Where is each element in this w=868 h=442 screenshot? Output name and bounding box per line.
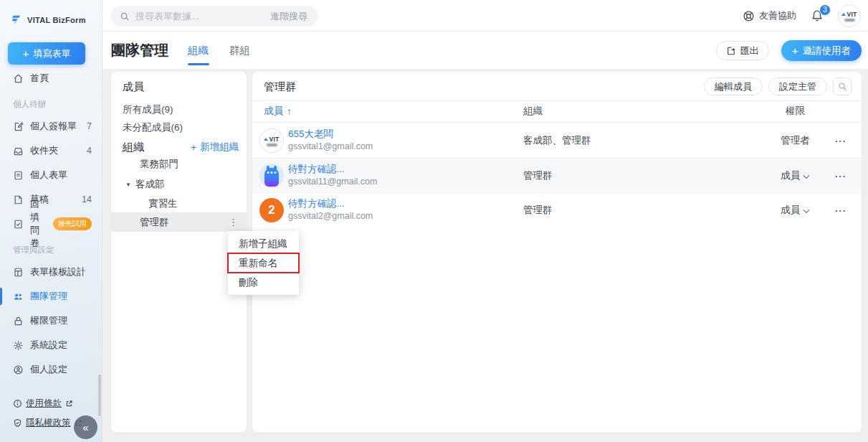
brand-logo-icon xyxy=(9,13,23,27)
avatar-logo-text: VIT xyxy=(841,11,857,18)
page-title: 團隊管理 xyxy=(111,41,168,60)
search-input[interactable] xyxy=(135,11,264,22)
notification-badge: 3 xyxy=(819,4,831,16)
menu-item-rename[interactable]: 重新命名 xyxy=(228,253,299,273)
person-circle-icon xyxy=(13,365,24,375)
avatar: VIT xyxy=(259,128,284,153)
org-header: 組織 xyxy=(123,141,144,154)
topbar-right: 友善協助 3 VIT xyxy=(743,0,861,32)
sidebar-item-personal-settings[interactable]: 個人設定 xyxy=(0,357,102,382)
table-actions: 編輯成員 設定主管 xyxy=(704,77,852,95)
kebab-vertical-icon[interactable]: ⋮ xyxy=(229,217,247,227)
friendly-help-button[interactable]: 友善協助 xyxy=(743,9,796,22)
sort-ascending-icon: ↑ xyxy=(287,106,292,117)
lock-icon xyxy=(13,316,24,326)
permission-value: 成員 xyxy=(781,204,800,217)
tab-groups[interactable]: 群組 xyxy=(229,41,250,60)
table-row: 待對方確認... gssvital11@gmail.com 管理群 成員 ··· xyxy=(252,158,862,192)
sidebar-item-label: 個人簽報單 xyxy=(30,120,77,133)
plus-icon: + xyxy=(23,48,29,59)
member-name-link[interactable]: 待對方確認... xyxy=(288,197,345,210)
menu-item-delete[interactable]: 刪除 xyxy=(228,273,299,292)
tree-item-sales-dept[interactable]: 業務部門 xyxy=(111,155,247,174)
sidebar-item-label: 個人設定 xyxy=(30,363,67,376)
terms-of-use-link[interactable]: 使用條款 xyxy=(13,398,82,410)
avatar-logo-smudge xyxy=(844,19,855,22)
sidebar-section-admin: 管理與設定 xyxy=(0,236,102,260)
column-header-organization: 組織 xyxy=(523,100,543,122)
early-access-badge: 搶先試用 xyxy=(53,217,92,230)
sidebar-item-personal-forms[interactable]: 個人表單 xyxy=(0,163,102,187)
tab-organization[interactable]: 組織 xyxy=(188,41,209,60)
column-header-member[interactable]: 成員 ↑ xyxy=(264,100,292,122)
column-label: 成員 xyxy=(264,105,283,118)
invite-user-button[interactable]: + 邀請使用者 xyxy=(781,40,862,61)
kebab-horizontal-icon[interactable]: ··· xyxy=(826,123,855,158)
tree-item-interns[interactable]: 實習生 xyxy=(111,194,247,213)
member-permission-dropdown[interactable]: 成員 xyxy=(761,159,829,193)
plus-icon: + xyxy=(191,142,196,153)
page-tabs: 組織 群組 xyxy=(188,32,250,69)
all-members-item[interactable]: 所有成員(9) xyxy=(111,100,247,118)
user-avatar[interactable]: VIT xyxy=(838,4,861,27)
sidebar-item-inbox[interactable]: 收件夾 4 xyxy=(0,138,102,163)
member-organization: 客成部、管理群 xyxy=(523,123,591,158)
sidebar-item-label: 團隊管理 xyxy=(30,290,67,303)
search-icon xyxy=(120,11,130,22)
sidebar-item-system-settings[interactable]: 系統設定 xyxy=(0,333,102,357)
sidebar-item-label: 權限管理 xyxy=(30,314,67,327)
unassigned-members-item[interactable]: 未分配成員(6) xyxy=(111,118,247,136)
column-header-permission: 權限 xyxy=(761,100,829,122)
member-email: gssvital11@gmail.com xyxy=(288,177,377,187)
sidebar-nav: 首頁 個人待辦 個人簽報單 7 收件夾 4 個 xyxy=(0,66,102,382)
draft-icon xyxy=(13,194,24,205)
sidebar-collapse-button[interactable]: « xyxy=(74,415,97,439)
tree-expand-arrow-icon[interactable]: ▼ xyxy=(125,182,135,188)
sidebar-item-permission-management[interactable]: 權限管理 xyxy=(0,309,102,333)
sidebar-item-label: 表單樣板設計 xyxy=(30,265,86,278)
privacy-policy-label: 隱私權政策 xyxy=(26,417,71,429)
notifications-button[interactable]: 3 xyxy=(811,9,824,23)
edit-members-button[interactable]: 編輯成員 xyxy=(704,77,763,95)
sidebar-item-label: 收件夾 xyxy=(30,144,58,157)
tree-item-label: 實習生 xyxy=(148,197,178,210)
member-name-link[interactable]: 待對方確認... xyxy=(288,163,345,176)
sidebar-item-personal-sign-forms[interactable]: 個人簽報單 7 xyxy=(0,114,102,138)
advanced-search-link[interactable]: 進階搜尋 xyxy=(270,10,307,23)
sidebar-item-home[interactable]: 首頁 xyxy=(0,66,102,90)
export-label: 匯出 xyxy=(740,44,759,57)
member-name-link[interactable]: 655大老闆 xyxy=(288,128,333,141)
table-row: VIT 655大老闆 gssvital1@gmail.com 客成部、管理群 管… xyxy=(252,123,862,158)
add-organization-button[interactable]: + 新增組織 xyxy=(191,141,239,154)
sidebar-item-team-management[interactable]: 團隊管理 xyxy=(0,284,102,309)
org-header-row: 組織 + 新增組織 xyxy=(111,138,247,156)
home-icon xyxy=(13,73,24,84)
sidebar-item-surveys[interactable]: 回填問卷 搶先試用 xyxy=(0,212,102,236)
sidebar-item-label: 系統設定 xyxy=(30,339,67,352)
export-icon xyxy=(726,46,736,56)
kebab-horizontal-icon[interactable]: ··· xyxy=(826,159,855,193)
content: 成員 所有成員(9) 未分配成員(6) 組織 + 新增組織 業務部門 ▼ 客成部… xyxy=(102,69,868,442)
kebab-horizontal-icon[interactable]: ··· xyxy=(826,193,855,227)
table-title: 管理群 xyxy=(264,80,296,94)
sidebar-scrollbar[interactable] xyxy=(98,375,101,416)
set-manager-button[interactable]: 設定主管 xyxy=(768,77,827,95)
tree-item-customer-success[interactable]: ▼ 客成部 xyxy=(111,175,247,194)
member-organization: 管理群 xyxy=(523,193,553,227)
sidebar-item-drafts[interactable]: 草稿 14 xyxy=(0,187,102,212)
sidebar-item-template-design[interactable]: 表單樣板設計 xyxy=(0,260,102,284)
member-permission-dropdown[interactable]: 成員 xyxy=(761,193,829,227)
export-button[interactable]: 匯出 xyxy=(716,41,769,60)
table-search-button[interactable] xyxy=(833,77,852,95)
privacy-policy-link[interactable]: 隱私權政策 xyxy=(13,417,82,429)
avatar-logo-smudge xyxy=(267,144,277,146)
tree-item-admin-group[interactable]: 管理群 ⋮ xyxy=(111,212,247,232)
item-count: 7 xyxy=(87,121,92,131)
member-organization: 管理群 xyxy=(523,159,553,193)
header-actions: 匯出 + 邀請使用者 xyxy=(716,40,862,61)
brand-name: VITAL BizForm xyxy=(27,16,86,24)
menu-item-add-sub-org[interactable]: 新增子組織 xyxy=(228,234,299,253)
chevron-down-icon xyxy=(803,209,810,214)
fill-form-button[interactable]: + 填寫表單 xyxy=(8,42,85,65)
brand-logo: VITAL BizForm xyxy=(9,13,86,27)
